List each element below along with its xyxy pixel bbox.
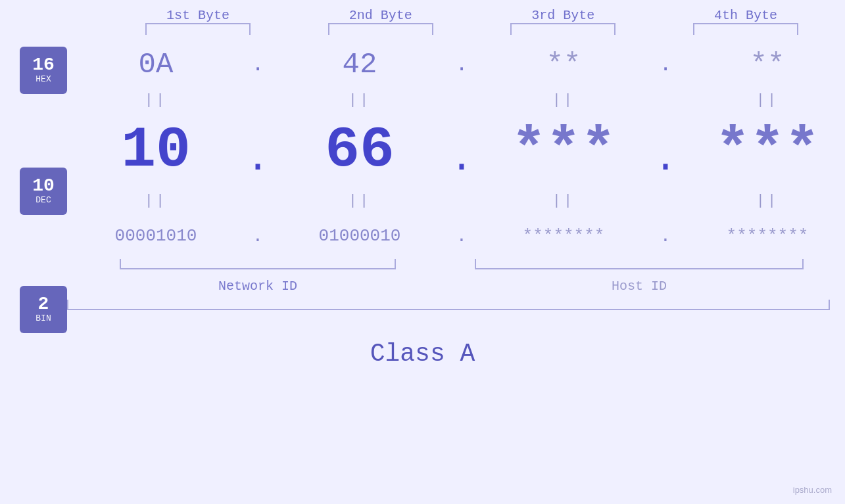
dec-b4: *** [679,118,845,183]
eq1-b2-sign: || [349,92,371,108]
bin-b4: ******** [679,226,845,246]
hex-dot2: . [448,53,475,77]
bin-b2-value: 01000010 [319,226,401,246]
full-bottom-bracket [67,300,830,310]
hex-b2-value: 42 [343,48,377,81]
hex-badge: 16 HEX [20,47,67,94]
content-section: 16 HEX 10 DEC 2 BIN [20,41,825,333]
eq1-b3-sign: || [552,92,575,108]
bottom-brackets [67,259,845,273]
bin-dot2: . [448,226,475,246]
eq1-b1: || [67,87,245,112]
eq2-b2-sign: || [349,193,371,209]
dec-b3: *** [475,118,652,183]
bracket-b3 [483,23,642,41]
equals-row-1: || || || || [67,87,845,112]
bin-badge: 2 BIN [20,286,67,333]
dec-b1-value: 10 [121,118,191,183]
watermark: ipshu.com [793,485,832,495]
byte2-header: 2nd Byte [301,8,460,23]
dec-b1: 10 [67,118,245,183]
host-bracket-wrap [448,259,830,273]
byte4-header: 4th Byte [666,8,825,23]
bracket-b1 [118,23,278,41]
eq1-b4-sign: || [756,92,779,108]
eq1-b4: || [679,87,845,112]
hex-dot3: . [652,53,679,77]
bracket-b2 [301,23,460,41]
dec-badge: 10 DEC [20,168,67,215]
hex-badge-wrapper: 16 HEX [20,47,67,94]
dec-badge-label: DEC [36,195,51,206]
bin-badge-label: BIN [36,313,51,324]
network-id-label: Network ID [67,279,448,294]
dec-badge-num: 10 [32,177,55,195]
bin-b4-value: ******** [727,226,809,246]
host-bracket [475,259,804,269]
byte1-header: 1st Byte [118,8,278,23]
eq2-b1: || [67,188,245,213]
class-label: Class A [370,340,475,368]
dec-b3-value: *** [512,118,616,183]
equals-row-2: || || || || [67,188,845,213]
bin-b3: ******** [475,226,652,246]
id-labels-row: Network ID Host ID [67,273,845,298]
eq2-b2: || [271,188,448,213]
dec-b2-value: 66 [325,118,395,183]
bin-dot3: . [652,226,679,246]
eq2-b3: || [475,188,652,213]
bin-b1-value: 00001010 [115,226,197,246]
byte3-header: 3rd Byte [483,8,642,23]
eq1-b1-sign: || [145,92,167,108]
bin-badge-wrapper: 2 BIN [20,286,67,333]
hex-b3: ** [475,48,652,81]
dec-b2: 66 [271,118,448,183]
hex-b2: 42 [271,48,448,81]
eq2-b1-sign: || [145,193,167,209]
hex-b3-value: ** [546,48,581,81]
bin-values-row: 00001010 . 01000010 . ******** . *******… [67,213,845,259]
hex-b4: ** [679,48,845,81]
class-row: Class A [0,340,845,368]
eq1-b2: || [271,87,448,112]
bin-b3-value: ******** [523,226,605,246]
top-brackets [118,23,825,41]
hex-b1: 0A [67,48,245,81]
bin-dot1: . [245,226,271,246]
values-area: 0A . 42 . ** . ** || [67,41,845,333]
dec-dot3: . [652,137,679,188]
hex-badge-label: HEX [36,74,51,85]
dec-badge-wrapper: 10 DEC [20,168,67,215]
dec-b4-value: *** [715,118,819,183]
net-bracket-wrap [67,259,448,273]
hex-badge-num: 16 [32,56,55,74]
dec-dot2: . [448,137,475,188]
dec-values-row: 10 . 66 . *** . *** [67,112,845,188]
badges-column: 16 HEX 10 DEC 2 BIN [20,41,67,333]
hex-b4-value: ** [750,48,785,81]
bin-b2: 01000010 [271,226,448,246]
hex-values-row: 0A . 42 . ** . ** [67,41,845,87]
eq2-b4: || [679,188,845,213]
eq2-b4-sign: || [756,193,779,209]
dec-dot1: . [245,137,271,188]
bin-b1: 00001010 [67,226,245,246]
bin-badge-num: 2 [38,295,49,313]
hex-b1-value: 0A [139,48,174,81]
main-container: 1st Byte 2nd Byte 3rd Byte 4th Byte [0,0,845,504]
eq1-b3: || [475,87,652,112]
net-bracket [120,259,396,269]
bracket-b4 [666,23,825,41]
byte-headers: 1st Byte 2nd Byte 3rd Byte 4th Byte [118,8,825,23]
eq2-b3-sign: || [552,193,575,209]
hex-dot1: . [245,53,271,77]
host-id-label: Host ID [448,279,830,294]
